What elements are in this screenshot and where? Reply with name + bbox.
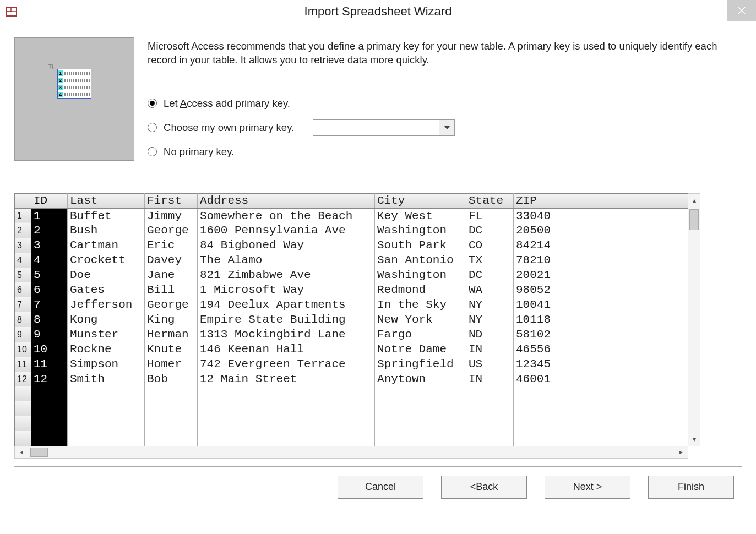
cell-first: Davey (145, 253, 198, 268)
scroll-right-icon[interactable]: ▸ (675, 446, 688, 458)
radio-choose-own-label[interactable]: Choose my own primary key. (164, 122, 294, 134)
cell-address: 1 Microsoft Way (198, 282, 375, 297)
grid-header[interactable]: Last (68, 193, 145, 208)
table-row[interactable]: 66GatesBill1 Microsoft WayRedmondWA98052 (15, 282, 688, 297)
titlebar: Import Spreadsheet Wizard (0, 0, 756, 23)
primary-key-combo[interactable] (313, 119, 455, 136)
cell-id: 10 (31, 342, 68, 357)
grid-header[interactable]: State (466, 193, 514, 208)
cell-address: The Alamo (198, 253, 375, 268)
primary-key-combo-input[interactable] (313, 120, 439, 135)
cell-id: 5 (31, 268, 68, 282)
row-number: 2 (15, 223, 31, 238)
next-button[interactable]: Next > (545, 476, 630, 499)
table-row[interactable]: 33CartmanEric84 Bigboned WaySouth ParkCO… (15, 238, 688, 253)
table-row[interactable]: 1010RockneKnute146 Keenan HallNotre Dame… (15, 342, 688, 357)
grid-header[interactable]: ZIP (514, 193, 688, 208)
cell-last: Cartman (68, 238, 145, 253)
close-button[interactable] (727, 0, 756, 21)
cell-address: 1600 Pennsylvania Ave (198, 223, 375, 238)
app-icon (1, 1, 22, 22)
cell-zip: 46001 (514, 372, 688, 386)
cell-state: ND (466, 327, 514, 342)
cell-address: 194 Deelux Apartments (198, 297, 375, 312)
radio-let-access[interactable] (148, 99, 157, 108)
cell-first: King (145, 312, 198, 327)
cell-first: Herman (145, 327, 198, 342)
cell-last: Rockne (68, 342, 145, 357)
grid-corner (15, 193, 31, 208)
row-number: 11 (15, 357, 31, 372)
vertical-scrollbar[interactable]: ▴ ▾ (688, 193, 700, 446)
table-row[interactable]: 1111SimpsonHomer742 Evergreen TerraceSpr… (15, 357, 688, 372)
cell-address: 84 Bigboned Way (198, 238, 375, 253)
row-number: 1 (15, 208, 31, 223)
cell-last: Gates (68, 282, 145, 297)
table-row-empty (15, 431, 688, 446)
cancel-button[interactable]: Cancel (338, 476, 423, 499)
cell-city: Washington (375, 268, 466, 282)
table-row-empty (15, 386, 688, 401)
cell-city: Fargo (375, 327, 466, 342)
cell-state: IN (466, 342, 514, 357)
row-number: 9 (15, 327, 31, 342)
cell-state: DC (466, 223, 514, 238)
cell-address: 821 Zimbabwe Ave (198, 268, 375, 282)
radio-no-key-label[interactable]: No primary key. (164, 146, 234, 158)
row-number: 7 (15, 297, 31, 312)
cell-first: George (145, 223, 198, 238)
cell-last: Munster (68, 327, 145, 342)
grid-header[interactable]: Address (198, 193, 375, 208)
primary-key-options: Let Access add primary key. Choose my ow… (148, 96, 742, 160)
cell-id: 11 (31, 357, 68, 372)
finish-button[interactable]: Finish (648, 476, 734, 499)
cell-zip: 84214 (514, 238, 688, 253)
cell-state: NY (466, 297, 514, 312)
cell-id: 6 (31, 282, 68, 297)
cell-first: Homer (145, 357, 198, 372)
chevron-down-icon[interactable] (439, 120, 454, 135)
table-row[interactable]: 22BushGeorge1600 Pennsylvania AveWashing… (15, 223, 688, 238)
scroll-down-icon[interactable]: ▾ (688, 433, 700, 446)
radio-let-access-label[interactable]: Let Access add primary key. (164, 97, 290, 110)
grid-header[interactable]: ID (31, 193, 68, 208)
table-row-empty (15, 416, 688, 431)
scroll-left-icon[interactable]: ◂ (15, 446, 28, 458)
cell-last: Simpson (68, 357, 145, 372)
cell-zip: 20021 (514, 268, 688, 282)
cell-city: Redmond (375, 282, 466, 297)
table-row[interactable]: 44CrockettDaveyThe AlamoSan AntonioTX782… (15, 253, 688, 268)
scroll-up-icon[interactable]: ▴ (688, 194, 700, 207)
grid-header[interactable]: City (375, 193, 466, 208)
scroll-thumb[interactable] (689, 209, 699, 230)
horizontal-scrollbar[interactable]: ◂ ▸ (14, 446, 688, 459)
table-row[interactable]: 88KongKingEmpire State BuildingNew YorkN… (15, 312, 688, 327)
cell-city: In the Sky (375, 297, 466, 312)
cell-zip: 12345 (514, 357, 688, 372)
table-row[interactable]: 1212SmithBob12 Main StreetAnytownIN46001 (15, 372, 688, 386)
cell-last: Crockett (68, 253, 145, 268)
cell-id: 4 (31, 253, 68, 268)
cell-state: NY (466, 312, 514, 327)
cell-last: Bush (68, 223, 145, 238)
radio-choose-own[interactable] (148, 123, 157, 132)
radio-no-key[interactable] (148, 147, 157, 156)
cell-zip: 46556 (514, 342, 688, 357)
row-number: 3 (15, 238, 31, 253)
cell-first: George (145, 297, 198, 312)
grid-header[interactable]: First (145, 193, 198, 208)
table-row[interactable]: 99MunsterHerman1313 Mockingbird LaneFarg… (15, 327, 688, 342)
grid-header-row: ID Last First Address City State ZIP (15, 193, 688, 208)
preview-grid[interactable]: ID Last First Address City State ZIP 11B… (14, 193, 688, 446)
back-button[interactable]: < Back (441, 476, 527, 499)
cell-address: 146 Keenan Hall (198, 342, 375, 357)
cell-city: San Antonio (375, 253, 466, 268)
cell-last: Jefferson (68, 297, 145, 312)
wizard-illustration: ⚿ 1 2 3 4 (14, 37, 134, 161)
row-number: 6 (15, 282, 31, 297)
table-row[interactable]: 11BuffetJimmySomewhere on the BeachKey W… (15, 208, 688, 223)
scroll-thumb[interactable] (30, 448, 48, 457)
cell-address: 1313 Mockingbird Lane (198, 327, 375, 342)
table-row[interactable]: 77JeffersonGeorge194 Deelux ApartmentsIn… (15, 297, 688, 312)
table-row[interactable]: 55DoeJane821 Zimbabwe AveWashingtonDC200… (15, 268, 688, 282)
